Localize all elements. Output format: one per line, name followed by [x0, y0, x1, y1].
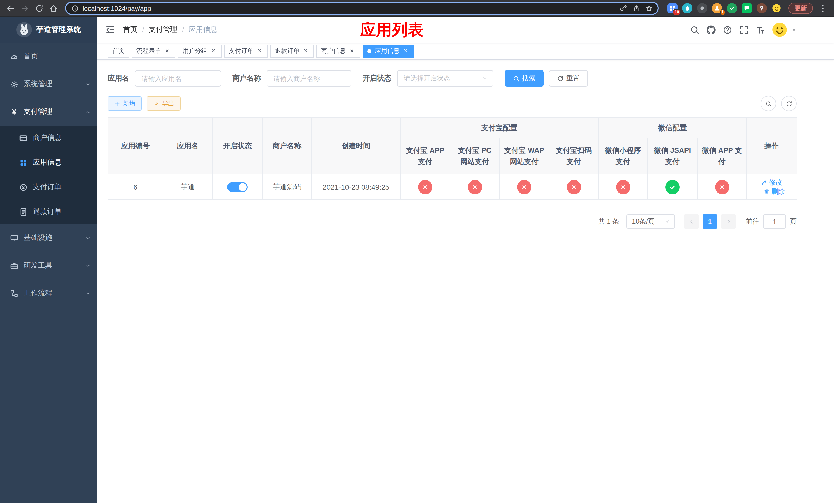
add-button[interactable]: 新增	[108, 96, 141, 111]
help-icon[interactable]	[723, 25, 732, 35]
col-header-actions: 操作	[747, 118, 797, 174]
merchant-name-input[interactable]	[267, 70, 351, 87]
col-header-name: 应用名	[163, 118, 213, 174]
goto-page-input[interactable]	[763, 214, 786, 229]
next-page-button[interactable]	[721, 214, 736, 229]
screen: localhost:1024/pay/app 101 更新 芋道管理系统 首页系…	[0, 0, 834, 504]
chevron-down-icon	[85, 263, 91, 269]
col-header-wx-app: 微信 APP 支付	[697, 138, 747, 174]
browser-update-button[interactable]: 更新	[788, 3, 813, 14]
tab-close-icon[interactable]: ×	[163, 47, 171, 54]
page-size-select[interactable]: 10条/页	[626, 214, 675, 229]
status-toggle[interactable]	[227, 182, 248, 192]
cell-wx-app	[697, 174, 747, 200]
breadcrumb-separator: /	[142, 26, 144, 34]
tab-merchant-info[interactable]: 商户信息×	[316, 44, 360, 58]
pin-extension-icon[interactable]	[756, 3, 767, 13]
sidebar-fold-icon[interactable]	[105, 25, 115, 35]
check-extension-icon[interactable]	[727, 3, 737, 13]
sidebar-item-devtools[interactable]: 研发工具	[0, 252, 97, 279]
col-header-alipay-wap: 支付宝 WAP 网站支付	[499, 138, 549, 174]
status-label: 开启状态	[363, 74, 391, 83]
sidebar-item-payment[interactable]: 支付管理	[0, 98, 97, 125]
user-avatar-menu[interactable]	[772, 22, 797, 38]
password-manager-icon[interactable]	[618, 2, 629, 14]
navbar-actions	[690, 22, 797, 38]
col-header-merchant: 商户名称	[262, 118, 312, 174]
tab-close-icon[interactable]: ×	[210, 47, 217, 54]
merchant-name-label: 商户名称	[232, 74, 261, 83]
grid-extension-icon[interactable]: 10	[667, 3, 678, 13]
app-name-input[interactable]	[135, 70, 221, 87]
sidebar-item-refund-order[interactable]: 退款订单	[0, 200, 97, 224]
cell-wx-jsapi	[648, 174, 697, 200]
breadcrumb-separator: /	[182, 26, 184, 34]
cell-alipay-pc	[450, 174, 499, 200]
tab-home[interactable]: 首页	[108, 44, 129, 58]
browser-reload-icon[interactable]	[32, 1, 46, 15]
tab-pay-order[interactable]: 支付订单×	[224, 44, 268, 58]
breadcrumb-payment[interactable]: 支付管理	[149, 25, 177, 35]
address-bar[interactable]: localhost:1024/pay/app	[65, 2, 659, 15]
share-icon[interactable]	[630, 2, 642, 14]
disabled-x-icon	[467, 180, 482, 194]
enabled-check-icon	[665, 180, 680, 194]
tab-close-icon[interactable]: ×	[302, 47, 309, 54]
sidebar-item-app-info[interactable]: 应用信息	[0, 150, 97, 175]
chat-extension-icon[interactable]	[742, 3, 752, 13]
browser-home-icon[interactable]	[46, 1, 61, 15]
tab-close-icon[interactable]: ×	[348, 47, 355, 54]
edit-link[interactable]: 修改	[761, 178, 782, 187]
bookmark-star-icon[interactable]	[643, 2, 655, 14]
refresh-table-button[interactable]	[781, 96, 796, 111]
toggle-search-button[interactable]	[761, 96, 776, 111]
app-logo[interactable]: 芋道管理系统	[0, 17, 97, 43]
col-header-alipay-pc: 支付宝 PC 网站支付	[450, 138, 499, 174]
doc-icon	[19, 207, 28, 216]
page-number-button[interactable]: 1	[703, 214, 717, 229]
font-size-icon[interactable]	[755, 25, 765, 35]
sidebar-item-merchant-info[interactable]: 商户信息	[0, 125, 97, 150]
header-search-icon[interactable]	[690, 25, 700, 35]
sidebar-item-pay-order[interactable]: 支付订单	[0, 175, 97, 200]
extension-badge: 1	[720, 9, 725, 15]
fullscreen-icon[interactable]	[739, 25, 749, 35]
sidebar-item-system[interactable]: 系统管理	[0, 70, 97, 98]
chevron-down-icon	[85, 235, 91, 241]
tab-user-group[interactable]: 用户分组×	[178, 44, 222, 58]
sidebar-item-infra[interactable]: 基础设施	[0, 224, 97, 252]
tab-close-icon[interactable]: ×	[402, 47, 409, 54]
col-group-alipay: 支付宝配置	[400, 118, 598, 138]
browser-menu-icon[interactable]	[815, 1, 830, 15]
page-unit-label: 页	[790, 217, 796, 226]
drop-extension-icon[interactable]	[682, 3, 693, 13]
browser-forward-icon[interactable]	[18, 1, 32, 15]
smiley-extension-icon[interactable]	[771, 3, 782, 13]
delete-link[interactable]: 删除	[764, 187, 785, 196]
tab-close-icon[interactable]: ×	[256, 47, 263, 54]
active-tab-dot	[367, 49, 371, 53]
chevron-down-icon	[482, 75, 488, 82]
dark-extension-icon[interactable]	[697, 3, 707, 13]
chevron-down-icon	[85, 291, 91, 296]
prev-page-button[interactable]	[684, 214, 699, 229]
tab-app-info[interactable]: 应用信息×	[363, 44, 414, 58]
status-select[interactable]: 请选择开启状态	[397, 70, 493, 87]
tab-process-form[interactable]: 流程表单×	[132, 44, 175, 58]
export-button[interactable]: 导出	[147, 96, 180, 111]
right-toolbar	[761, 96, 796, 111]
tool-icon	[10, 261, 19, 270]
tab-refund-order[interactable]: 退款订单×	[270, 44, 314, 58]
search-button[interactable]: 搜索	[505, 70, 544, 87]
site-info-icon[interactable]	[71, 4, 79, 12]
sidebar-item-workflow[interactable]: 工作流程	[0, 279, 97, 307]
reset-button[interactable]: 重置	[549, 70, 588, 87]
search-icon	[765, 100, 772, 107]
avatar-extension-icon[interactable]: 1	[712, 3, 722, 13]
breadcrumb-home[interactable]: 首页	[123, 25, 137, 35]
github-icon[interactable]	[706, 25, 716, 35]
browser-back-icon[interactable]	[3, 1, 18, 15]
app-name-label: 应用名	[108, 74, 129, 83]
sidebar-item-home[interactable]: 首页	[0, 43, 97, 70]
url-text[interactable]: localhost:1024/pay/app	[83, 4, 614, 12]
